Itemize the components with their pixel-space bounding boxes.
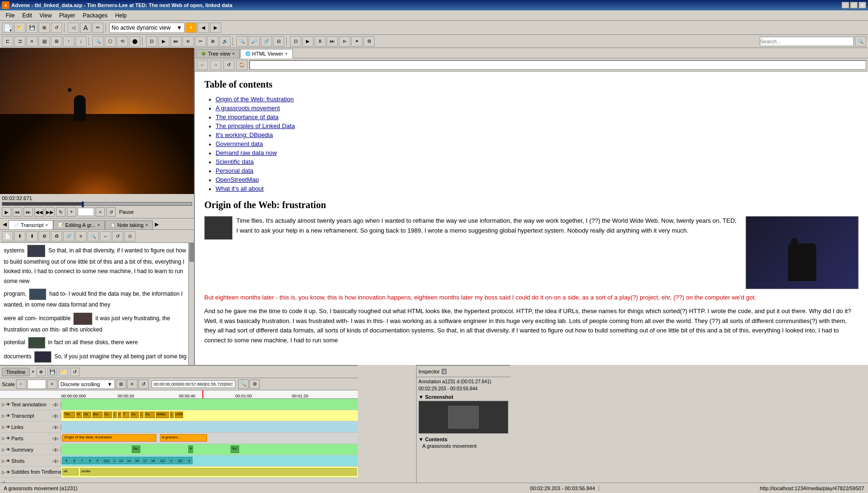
tl-search[interactable]: 🔍 <box>238 380 249 389</box>
toc-link-11[interactable]: What it's all about <box>216 185 264 192</box>
tb-icon-16[interactable]: ✂ <box>195 36 206 47</box>
tb-icon-14[interactable]: ⏭ <box>170 36 182 47</box>
toc-link-4[interactable]: The principles of Linked Data <box>216 122 295 129</box>
track-eye-1[interactable]: 👁 <box>6 402 10 407</box>
tab-transcript-close[interactable]: × <box>46 223 48 227</box>
tl-stop[interactable]: ⊗ <box>36 368 46 376</box>
timeline-close[interactable]: × <box>32 369 34 374</box>
tab-nav-right[interactable]: ▶ <box>153 219 161 229</box>
tab-notetaking[interactable]: 📋 Note taking × <box>105 220 153 229</box>
tb-icon-23[interactable]: ⊡ <box>290 36 301 47</box>
tb-icon-21[interactable]: 🔗 <box>261 36 272 47</box>
tl-refresh[interactable]: ↺ <box>70 368 80 376</box>
tb-icon-22[interactable]: ⊟ <box>273 36 284 47</box>
tab-editing[interactable]: 📝 Editing A gr... × <box>53 220 105 229</box>
tb-icon-12[interactable]: ⊡ <box>146 36 157 47</box>
screenshot-collapse[interactable]: ▼ <box>418 394 424 400</box>
search-button[interactable]: 🔍 <box>855 36 866 47</box>
transcript-scrollbar-thumb[interactable] <box>189 243 194 262</box>
loop-button[interactable]: ↻ <box>56 207 65 217</box>
transcript-tb-7[interactable]: ≡ <box>75 231 87 242</box>
transcript-tb-10[interactable]: ↺ <box>112 231 123 242</box>
tl-zoom-in[interactable]: + <box>47 380 57 389</box>
tb-icon-11[interactable]: ⬤ <box>129 36 140 47</box>
tl-btn-2[interactable]: ≡ <box>127 380 137 389</box>
tab-notetaking-close[interactable]: × <box>145 223 148 227</box>
speed-input[interactable]: 1.0 <box>78 208 94 216</box>
html-content[interactable]: Table of contents Origin of the Web: fru… <box>195 72 868 365</box>
tab-treeview-close[interactable]: × <box>232 51 234 56</box>
track-transcript-content[interactable]: Tim N Sd But So. | v T So. | So. WeBu | … <box>61 410 358 421</box>
transcript-tb-3[interactable]: ⬇ <box>26 231 38 242</box>
toolbar-add-view[interactable]: + <box>185 23 197 33</box>
toolbar-reload[interactable]: ↺ <box>51 23 62 33</box>
browser-reload[interactable]: ↺ <box>223 60 234 70</box>
toc-link-7[interactable]: Demand raw data now <box>216 149 277 156</box>
tb-icon-6[interactable]: ↑ <box>63 36 74 47</box>
track-subtitles-content[interactable]: all andw <box>61 467 358 477</box>
toc-link-8[interactable]: Scientific data <box>216 158 254 165</box>
transcript-tb-8[interactable]: 🔍 <box>88 231 99 242</box>
repeat-button[interactable]: ↺ <box>106 207 116 217</box>
tb-icon-15[interactable]: ⊳ <box>183 36 194 47</box>
tb-icon-27[interactable]: ⊳ <box>339 36 350 47</box>
toc-link-5[interactable]: It's working: DBpedia <box>216 131 273 138</box>
menu-packages[interactable]: Packages <box>79 11 112 20</box>
tb-icon-1[interactable]: ⊏ <box>2 36 13 47</box>
maximize-button[interactable]: □ <box>850 2 858 8</box>
track-expand-3[interactable]: ▷ <box>2 425 5 429</box>
track-eye-3[interactable]: 👁 <box>6 425 10 429</box>
browser-back[interactable]: ← <box>197 60 208 70</box>
track-eye-2[interactable]: 👁 <box>6 413 10 418</box>
tb-icon-5[interactable]: ⊞ <box>51 36 62 47</box>
minimize-button[interactable]: _ <box>842 2 849 8</box>
tab-nav-left[interactable]: ◀ <box>1 219 8 229</box>
tab-treeview[interactable]: 🌳 Tree view × <box>196 49 240 58</box>
transcript-tb-11[interactable]: ⊙ <box>124 231 136 242</box>
tl-settings[interactable]: ⚙ <box>249 380 260 389</box>
track-eye-5[interactable]: 👁 <box>6 447 10 452</box>
toolbar-new[interactable]: 📄 ▼ <box>2 23 13 33</box>
timeline-tracks[interactable]: ▷ 👁 Text annotation ◁▷ ▷ 👁 Transcript ◁▷… <box>0 399 358 483</box>
tab-htmlviewer-close[interactable]: × <box>285 51 288 56</box>
toc-link-9[interactable]: Personal data <box>216 167 253 174</box>
track-summary-content[interactable]: Su # So <box>61 444 358 455</box>
prev-key-button[interactable]: ◀◀ <box>34 207 44 217</box>
tb-icon-2[interactable]: ⊐ <box>14 36 25 47</box>
toolbar-pen[interactable]: ✏ <box>92 23 104 33</box>
next-frame-button[interactable]: ⏭ <box>24 207 33 217</box>
menu-view[interactable]: View <box>36 11 56 20</box>
tb-icon-29[interactable]: ⚙ <box>363 36 375 47</box>
url-bar[interactable]: http://localhost:1234/packages/tbl_linke… <box>249 60 866 70</box>
tl-btn-3[interactable]: ↺ <box>138 380 149 389</box>
menu-edit[interactable]: Edit <box>18 11 36 20</box>
close-button[interactable]: × <box>859 2 866 8</box>
snap-button[interactable]: ⌖ <box>67 207 76 217</box>
browser-home[interactable]: 🏠 <box>236 60 248 70</box>
tl-btn-1[interactable]: ⊞ <box>116 380 126 389</box>
track-text-annotation-content[interactable] <box>61 399 358 410</box>
track-expand-7[interactable]: ▷ <box>2 470 5 475</box>
track-eye-6[interactable]: 👁 <box>6 459 10 463</box>
play-button[interactable]: ▶ <box>2 207 11 217</box>
tab-transcript[interactable]: 📄 Transcript × <box>8 220 53 230</box>
track-expand-2[interactable]: ▷ <box>2 413 5 418</box>
transcript-tb-2[interactable]: ⬆ <box>14 231 25 242</box>
scale-input[interactable]: 18% <box>27 380 46 389</box>
track-parts-content[interactable]: Origin of the Web: frustration A grassro… <box>61 433 358 444</box>
toolbar-nav-left[interactable]: ◀ <box>198 23 209 33</box>
menu-player[interactable]: Player <box>56 11 79 20</box>
track-links-content[interactable] <box>61 421 358 432</box>
transcript-content[interactable]: systems So that, in all that diversity, … <box>0 243 194 365</box>
prev-frame-button[interactable]: ⏮ <box>13 207 22 217</box>
toc-link-2[interactable]: A grassroots movement <box>216 105 280 112</box>
toolbar-nav-right[interactable]: ▶ <box>210 23 221 33</box>
track-expand-4[interactable]: ▷ <box>2 436 5 441</box>
tb-icon-4[interactable]: ▤ <box>39 36 50 47</box>
tb-icon-10[interactable]: ⟲ <box>117 36 128 47</box>
timeline-tab[interactable]: Timeline <box>2 368 30 376</box>
tb-icon-24[interactable]: ▶ <box>302 36 313 47</box>
toolbar-annotate[interactable]: A <box>80 23 91 33</box>
browser-forward[interactable]: → <box>210 60 221 70</box>
toc-link-3[interactable]: The importance of data <box>216 113 279 121</box>
